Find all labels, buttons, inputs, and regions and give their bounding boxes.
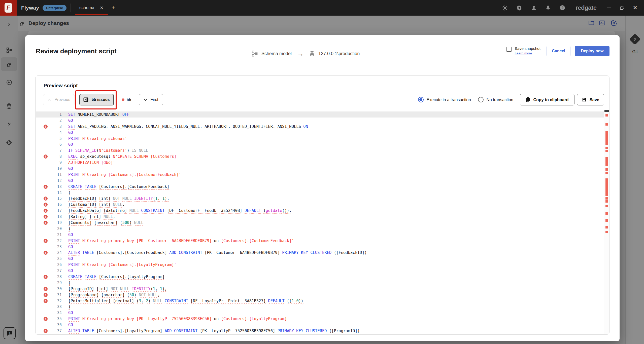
scrollbar-overview-ruler[interactable] bbox=[604, 110, 609, 334]
error-icon[interactable]: ! bbox=[44, 275, 48, 279]
line-number: 13 bbox=[50, 184, 62, 189]
save-snapshot-checkbox[interactable] bbox=[506, 47, 512, 52]
code-line[interactable]: !22PRINT N'Creating primary key [PK__Cus… bbox=[36, 238, 604, 244]
scrollbar-thumb[interactable] bbox=[604, 110, 609, 112]
radio-execute-in-transaction[interactable] bbox=[418, 97, 424, 102]
copy-to-clipboard-button[interactable]: Copy to clipboard bbox=[520, 94, 574, 105]
issue-ruler-mark[interactable] bbox=[605, 114, 608, 117]
help-icon[interactable]: ? bbox=[559, 5, 565, 11]
save-script-button[interactable]: Save bbox=[577, 94, 604, 105]
code-line[interactable]: !13CREATE TABLE [Customers].[CustomerFee… bbox=[36, 184, 604, 190]
issue-ruler-mark[interactable] bbox=[605, 226, 608, 228]
previous-issue-button[interactable]: Previous bbox=[43, 94, 75, 105]
code-line[interactable]: !28CREATE TABLE [Customers].[LoyaltyProg… bbox=[36, 274, 604, 280]
notifications-bell-icon[interactable] bbox=[545, 5, 551, 11]
code-line[interactable]: !35PRINT N'Creating primary key [PK__Loy… bbox=[36, 316, 604, 322]
error-icon[interactable]: ! bbox=[44, 197, 48, 201]
code-line[interactable]: 7IF SCHEMA_ID(N'Customers') IS NULL bbox=[36, 147, 604, 154]
error-icon[interactable]: ! bbox=[44, 299, 48, 303]
code-line[interactable]: !32[PointsMultiplier] [decimal] (3, 2) N… bbox=[36, 298, 604, 304]
learn-more-link[interactable]: Learn more bbox=[515, 51, 540, 55]
code-line[interactable]: !30[ProgramID] [int] NOT NULL IDENTITY(1… bbox=[36, 286, 604, 292]
issue-ruler-mark[interactable] bbox=[605, 212, 608, 215]
theme-toggle-icon[interactable] bbox=[502, 5, 508, 11]
issue-ruler-mark[interactable] bbox=[605, 231, 608, 233]
code-line[interactable]: !18[Rating] [int] NULL, bbox=[36, 214, 604, 220]
issue-ruler-mark[interactable] bbox=[605, 131, 608, 145]
database-icon bbox=[309, 51, 315, 57]
issue-ruler-mark[interactable] bbox=[605, 197, 608, 200]
tab-close-icon[interactable]: ✕ bbox=[100, 5, 104, 11]
error-icon[interactable]: ! bbox=[44, 293, 48, 297]
settings-gear-icon[interactable] bbox=[516, 5, 522, 11]
deploy-now-button[interactable]: Deploy now bbox=[575, 46, 609, 56]
code-line[interactable]: 4GO bbox=[36, 130, 604, 136]
code-line[interactable]: 6GO bbox=[36, 141, 604, 147]
error-icon[interactable]: ! bbox=[44, 209, 48, 213]
error-icon[interactable]: ! bbox=[44, 155, 48, 159]
issue-ruler-mark[interactable] bbox=[605, 200, 608, 203]
error-icon[interactable]: ! bbox=[44, 329, 48, 333]
code-line[interactable]: 26PRINT N'Creating [Customers].[LoyaltyP… bbox=[36, 262, 604, 268]
error-icon[interactable]: ! bbox=[44, 125, 48, 129]
code-line[interactable]: !3SET ANSI_PADDING, ANSI_WARNINGS, CONCA… bbox=[36, 124, 604, 130]
issue-ruler-mark[interactable] bbox=[605, 172, 608, 174]
app-name: Flyway bbox=[21, 5, 39, 11]
code-line[interactable]: 27GO bbox=[36, 268, 604, 274]
code-line[interactable]: !8EXEC sp_executesql N'CREATE SCHEMA [Cu… bbox=[36, 154, 604, 160]
code-line[interactable]: 9AUTHORIZATION [dbo]' bbox=[36, 160, 604, 166]
code-line[interactable]: !37ALTER TABLE [Customers].[LoyaltyProgr… bbox=[36, 328, 604, 334]
code-line[interactable]: 14( bbox=[36, 190, 604, 196]
line-number: 4 bbox=[50, 130, 62, 135]
code-line[interactable]: 34GO bbox=[36, 310, 604, 316]
code-line[interactable]: !19[Comments] [nvarchar] (500) NULL bbox=[36, 220, 604, 226]
code-line[interactable]: 2GO bbox=[36, 118, 604, 124]
first-issue-dropdown[interactable]: First bbox=[139, 94, 163, 105]
code-line[interactable]: 1SET NUMERIC_ROUNDABORT OFF bbox=[36, 111, 604, 118]
code-line[interactable]: 11PRINT N'Creating [Customers].[Customer… bbox=[36, 172, 604, 178]
code-line[interactable]: !24ALTER TABLE [Customers].[CustomerFeed… bbox=[36, 250, 604, 256]
code-line[interactable]: 12GO bbox=[36, 178, 604, 184]
code-line[interactable]: !17[FeedbackDate] [datetime] NULL CONSTR… bbox=[36, 208, 604, 214]
tab-schema[interactable]: schema ✕ bbox=[79, 0, 104, 16]
code-line[interactable]: 29( bbox=[36, 280, 604, 286]
issue-ruler-mark[interactable] bbox=[605, 147, 608, 149]
line-number: 11 bbox=[50, 172, 62, 177]
error-icon[interactable]: ! bbox=[44, 239, 48, 243]
code-line[interactable]: 20) bbox=[36, 226, 604, 232]
issue-ruler-mark[interactable] bbox=[605, 219, 608, 222]
issue-ruler-mark[interactable] bbox=[605, 168, 608, 171]
line-number: 37 bbox=[50, 329, 62, 333]
error-icon[interactable]: ! bbox=[44, 203, 48, 207]
error-icon[interactable]: ! bbox=[44, 287, 48, 291]
code-line[interactable]: 10GO bbox=[36, 166, 604, 172]
issue-ruler-mark[interactable] bbox=[605, 123, 608, 126]
code-line[interactable]: 21GO bbox=[36, 232, 604, 238]
code-line[interactable]: 36GO bbox=[36, 322, 604, 328]
error-icon[interactable]: ! bbox=[44, 185, 48, 189]
cancel-button[interactable]: Cancel bbox=[547, 46, 570, 56]
issue-ruler-mark[interactable] bbox=[605, 205, 608, 207]
issues-button[interactable]: 55 issues bbox=[79, 94, 114, 105]
user-icon[interactable] bbox=[531, 5, 537, 11]
error-icon[interactable]: ! bbox=[44, 215, 48, 219]
issue-ruler-mark[interactable] bbox=[605, 178, 608, 196]
restore-button[interactable] bbox=[620, 6, 624, 10]
issue-ruler-mark[interactable] bbox=[605, 150, 608, 152]
code-line[interactable]: 25GO bbox=[36, 256, 604, 262]
code-line[interactable]: 5PRINT N'Creating schemas' bbox=[36, 136, 604, 142]
code-line[interactable]: !31[ProgramName] [nvarchar] (50) NOT NUL… bbox=[36, 292, 604, 298]
code-line[interactable]: 33) bbox=[36, 304, 604, 310]
new-tab-button[interactable]: + bbox=[112, 4, 115, 11]
error-icon[interactable]: ! bbox=[44, 221, 48, 225]
error-icon[interactable]: ! bbox=[44, 251, 48, 255]
code-line[interactable]: 23GO bbox=[36, 244, 604, 250]
code-editor[interactable]: 1SET NUMERIC_ROUNDABORT OFF2GO!3SET ANSI… bbox=[36, 110, 604, 334]
issue-ruler-mark[interactable] bbox=[605, 157, 608, 166]
minimize-button[interactable] bbox=[607, 6, 611, 10]
radio-no-transaction[interactable] bbox=[478, 97, 484, 102]
code-line[interactable]: !15[FeedbackID] [int] NOT NULL IDENTITY(… bbox=[36, 196, 604, 202]
code-line[interactable]: !16[CustomerID] [int] NULL, bbox=[36, 202, 604, 208]
close-button[interactable]: ✕ bbox=[633, 5, 637, 11]
error-icon[interactable]: ! bbox=[44, 317, 48, 321]
